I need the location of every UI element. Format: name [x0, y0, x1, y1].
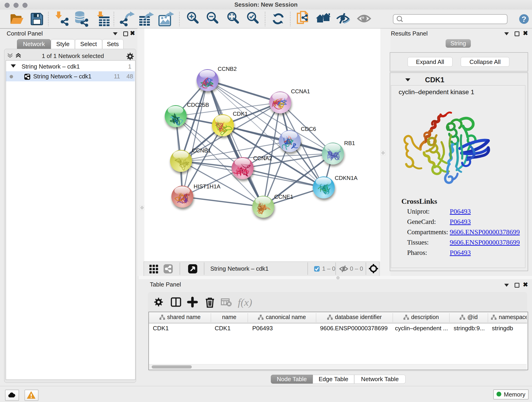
svg-text:CDK1: CDK1 [233, 111, 248, 117]
svg-text:0 – 0: 0 – 0 [350, 265, 363, 272]
svg-text:HIST1H1A: HIST1H1A [194, 183, 221, 190]
svg-text:CCNB2: CCNB2 [218, 66, 237, 72]
svg-text:1 – 0: 1 – 0 [322, 265, 336, 272]
svg-text:f(x): f(x) [238, 297, 252, 308]
svg-text:CCNE1: CCNE1 [274, 194, 293, 200]
svg-text:CCNB1: CCNB1 [192, 147, 211, 153]
svg-text:CCNA1: CCNA1 [291, 88, 310, 95]
svg-text:CCNA2: CCNA2 [253, 155, 272, 161]
svg-text:RB1: RB1 [344, 140, 355, 146]
svg-text:CDKN1A: CDKN1A [335, 175, 358, 181]
svg-text:CDC6: CDC6 [301, 126, 316, 132]
svg-text:CDC25B: CDC25B [187, 102, 209, 108]
svg-text:?: ? [522, 15, 526, 23]
svg-text:String Network – cdk1: String Network – cdk1 [210, 265, 268, 272]
